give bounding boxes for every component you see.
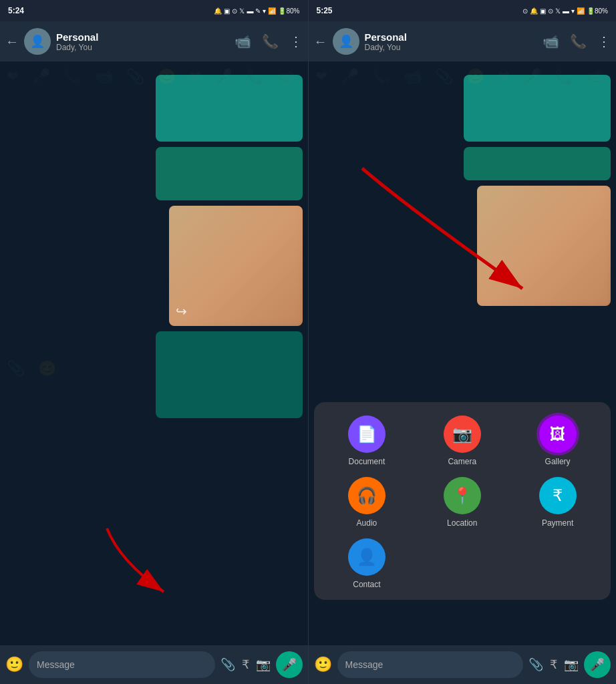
- right-attachment-button[interactable]: 📎: [528, 657, 543, 672]
- attachment-menu: 📄 Document 📷 Camera 🖼 Gallery 🎧: [314, 402, 611, 600]
- right-emoji-button[interactable]: 🙂: [314, 656, 332, 673]
- document-icon: 📄: [348, 415, 386, 453]
- emoji-button[interactable]: 🙂: [5, 656, 23, 673]
- right-chat-info: Personal Dady, You: [365, 31, 538, 52]
- right-mic-button[interactable]: 🎤: [584, 651, 611, 678]
- payment-icon: ₹: [539, 477, 577, 514]
- gallery-icon: 🖼: [539, 415, 577, 453]
- more-options-button[interactable]: ⋮: [289, 33, 303, 49]
- chat-name: Personal: [56, 31, 229, 43]
- green-message-block: [156, 75, 303, 142]
- right-payment-button[interactable]: ₹: [550, 657, 557, 672]
- sim-icon-r: ▣: [540, 7, 546, 15]
- right-chat-body: ❤ 🎤 📞 📹 📎 😊 ❤ 🎤 📞 📹: [309, 61, 617, 645]
- forward-icon: ↪: [176, 303, 187, 319]
- location-icon: 📍: [444, 477, 481, 514]
- input-action-icons: 📎 ₹ 📷: [220, 657, 271, 672]
- battery-icon-r: 🔋80%: [587, 7, 608, 15]
- blurred-image: [169, 206, 303, 326]
- signal-icon: 📶: [268, 7, 276, 15]
- right-chat-header: ← 👤 Personal Dady, You 📹 📞 ⋮: [309, 21, 617, 61]
- video-call-button[interactable]: 📹: [235, 33, 251, 49]
- camera-label: Camera: [448, 457, 476, 466]
- right-phone-panel: 5:25 ⊙ 🔔 ▣ ⊙ 𝕏 ▬ ▾ 📶 🔋80% ← 👤 Personal D…: [309, 0, 617, 684]
- message-input[interactable]: Message: [29, 651, 215, 678]
- right-input-action-icons: 📎 ₹ 📷: [528, 657, 579, 672]
- audio-icon: 🎧: [348, 477, 386, 514]
- notification-icon: 🔔: [214, 7, 222, 15]
- instagram-icon: ⊙: [232, 7, 237, 15]
- green-message-block-2: [156, 147, 303, 200]
- attachment-payment[interactable]: ₹ Payment: [515, 477, 600, 528]
- msg-green-bottom: [156, 331, 303, 418]
- right-msg-green-top: [464, 75, 611, 142]
- attachment-button[interactable]: 📎: [220, 657, 235, 672]
- payment-button[interactable]: ₹: [242, 657, 249, 672]
- avatar: 👤: [24, 28, 51, 55]
- signal-icon-r: 📶: [577, 7, 585, 15]
- attachment-audio[interactable]: 🎧 Audio: [325, 477, 410, 528]
- instagram-icon-r: ⊙: [548, 7, 553, 15]
- edit-icon: ✎: [255, 7, 261, 15]
- right-blurred-image: [477, 186, 611, 306]
- attachment-camera[interactable]: 📷 Camera: [420, 415, 504, 466]
- right-chat-subtitle: Dady, You: [365, 43, 538, 52]
- wifi-icon: ▾: [263, 7, 266, 15]
- right-chat-name: Personal: [365, 31, 538, 43]
- gallery-label: Gallery: [545, 457, 571, 466]
- camera-button[interactable]: 📷: [256, 657, 271, 672]
- right-avatar: 👤: [333, 28, 359, 55]
- document-label: Document: [349, 457, 386, 466]
- message-placeholder: Message: [37, 659, 75, 670]
- right-status-bar: 5:25 ⊙ 🔔 ▣ ⊙ 𝕏 ▬ ▾ 📶 🔋80%: [309, 0, 617, 21]
- message-image: [169, 206, 303, 326]
- avatar-icon: 👤: [30, 34, 45, 49]
- right-msg-image-container: [477, 186, 611, 306]
- left-status-time: 5:24: [8, 6, 24, 15]
- green-message-block-3: [156, 331, 303, 418]
- contact-icon: 👤: [348, 538, 386, 576]
- msg-image-container: ↪: [169, 206, 303, 326]
- attachment-gallery[interactable]: 🖼 Gallery: [515, 415, 600, 466]
- battery-icon: 🔋80%: [278, 7, 299, 15]
- contact-label: Contact: [353, 580, 380, 589]
- clock-icon: ⊙: [522, 7, 528, 15]
- right-message-image: [477, 186, 611, 306]
- sim-icon: ▣: [224, 7, 230, 15]
- camera-icon: 📷: [444, 415, 481, 453]
- right-msg-green-second: [464, 147, 611, 180]
- back-button[interactable]: ←: [5, 34, 19, 49]
- right-more-options-button[interactable]: ⋮: [597, 33, 611, 49]
- chat-info: Personal Dady, You: [56, 31, 229, 52]
- attachment-document[interactable]: 📄 Document: [325, 415, 410, 466]
- mic-button[interactable]: 🎤: [276, 651, 303, 678]
- right-input-bar: 🙂 Message 📎 ₹ 📷 🎤: [309, 645, 617, 684]
- right-status-time: 5:25: [317, 6, 333, 15]
- red-arrow-left: [67, 522, 187, 602]
- msg-green-second: [156, 147, 303, 200]
- right-voice-call-button[interactable]: 📞: [570, 33, 587, 49]
- audio-label: Audio: [357, 518, 377, 528]
- twitter-icon: 𝕏: [239, 7, 245, 15]
- attachment-location[interactable]: 📍 Location: [420, 477, 504, 528]
- left-input-bar: 🙂 Message 📎 ₹ 📷 🎤: [0, 645, 308, 684]
- left-phone-panel: 5:24 🔔 ▣ ⊙ 𝕏 ▬ ✎ ▾ 📶 🔋80% ← 👤 Personal D…: [0, 0, 308, 684]
- twitter-icon-r: 𝕏: [555, 7, 561, 15]
- right-camera-button[interactable]: 📷: [564, 657, 579, 672]
- header-actions: 📹 📞 ⋮: [235, 33, 303, 49]
- mic-icon: 🎤: [282, 657, 297, 672]
- right-green-message-block: [464, 75, 611, 142]
- notification-icon-r: 🔔: [530, 7, 538, 15]
- location-label: Location: [447, 518, 477, 528]
- right-message-placeholder: Message: [345, 659, 383, 670]
- right-status-icons: ⊙ 🔔 ▣ ⊙ 𝕏 ▬ ▾ 📶 🔋80%: [522, 7, 608, 15]
- right-message-input[interactable]: Message: [337, 651, 524, 678]
- right-back-button[interactable]: ←: [314, 34, 327, 49]
- voice-call-button[interactable]: 📞: [262, 33, 279, 49]
- left-status-bar: 5:24 🔔 ▣ ⊙ 𝕏 ▬ ✎ ▾ 📶 🔋80%: [0, 0, 308, 21]
- right-mic-icon: 🎤: [590, 657, 605, 672]
- right-avatar-icon: 👤: [339, 34, 353, 49]
- right-video-call-button[interactable]: 📹: [543, 33, 559, 49]
- attachment-contact[interactable]: 👤 Contact: [325, 538, 410, 589]
- right-header-actions: 📹 📞 ⋮: [543, 33, 611, 49]
